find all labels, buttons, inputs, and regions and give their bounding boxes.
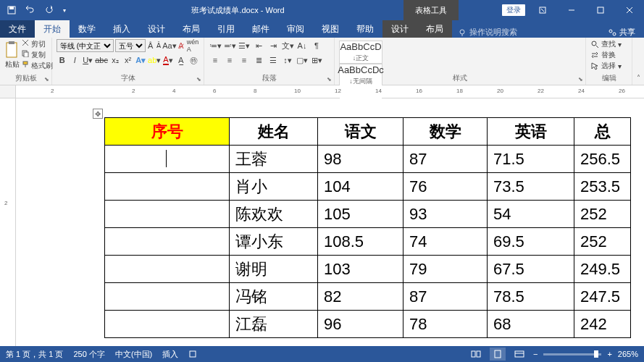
bullets-button[interactable]: ≔▾ — [209, 39, 222, 52]
table-cell[interactable] — [105, 173, 230, 201]
status-macro-icon[interactable] — [188, 350, 197, 358]
paste-button[interactable]: 粘贴 — [4, 41, 20, 71]
table-cell[interactable]: 68 — [488, 311, 574, 338]
tab-mail[interactable]: 邮件 — [243, 20, 278, 38]
tell-me-search[interactable]: 操作说明搜索 — [458, 27, 517, 38]
table-cell[interactable]: 253.5 — [574, 173, 631, 201]
table-cell[interactable]: 103 — [318, 256, 403, 283]
copy-button[interactable]: 复制 — [22, 50, 53, 60]
table-cell[interactable]: 陈欢欢 — [230, 201, 318, 228]
shading-button[interactable]: ▢▾ — [296, 54, 309, 67]
table-cell[interactable]: 73.5 — [488, 173, 574, 201]
qat-customize-button[interactable]: ▾ — [59, 2, 70, 18]
table-cell[interactable]: 78.5 — [488, 283, 574, 311]
table-cell[interactable] — [105, 311, 230, 338]
bold-button[interactable]: B — [57, 54, 68, 67]
subscript-button[interactable]: x₂ — [109, 54, 121, 67]
table-cell[interactable]: 王蓉 — [230, 146, 318, 173]
font-family-select[interactable]: 等线 (中文正 — [57, 39, 114, 52]
table-header-cell[interactable]: 姓名 — [230, 118, 318, 146]
superscript-button[interactable]: x² — [122, 54, 134, 67]
find-button[interactable]: 查找 ▾ — [590, 39, 627, 49]
ribbon-display-options-button[interactable] — [528, 0, 557, 20]
italic-button[interactable]: I — [70, 54, 81, 67]
clipboard-dialog-launcher[interactable]: ⬊ — [44, 76, 49, 83]
zoom-level[interactable]: 265% — [618, 350, 638, 358]
status-page[interactable]: 第 1 页，共 1 页 — [6, 349, 63, 360]
table-cell[interactable]: 肖小 — [230, 173, 318, 201]
strikethrough-button[interactable]: abc — [95, 54, 108, 67]
font-dialog-launcher[interactable]: ⬊ — [196, 76, 201, 83]
grades-table[interactable]: 序号姓名语文数学英语总 王蓉988771.5256.5肖小1047673.525… — [104, 117, 631, 338]
tab-table-design[interactable]: 设计 — [382, 20, 417, 38]
close-button[interactable] — [615, 0, 644, 20]
collapse-ribbon-button[interactable]: ˄ — [637, 74, 640, 82]
table-cell[interactable]: 105 — [318, 201, 403, 228]
tab-layout[interactable]: 布局 — [174, 20, 209, 38]
tab-home[interactable]: 开始 — [35, 20, 70, 38]
phonetic-guide-button[interactable]: wénA — [186, 39, 199, 52]
style-normal[interactable]: AaBbCcD ↓正文 — [339, 41, 382, 64]
table-cell[interactable]: 249.5 — [574, 256, 631, 283]
table-header-cell[interactable]: 总 — [574, 118, 631, 146]
table-cell[interactable]: 71.5 — [488, 146, 574, 173]
align-left-button[interactable]: ≡ — [209, 54, 222, 67]
table-cell[interactable]: 252 — [574, 228, 631, 256]
zoom-slider[interactable] — [543, 353, 601, 355]
table-cell[interactable]: 67.5 — [488, 256, 574, 283]
font-size-select[interactable]: 五号 — [115, 39, 146, 52]
sort-button[interactable]: A↓ — [296, 39, 309, 52]
login-button[interactable]: 登录 — [502, 4, 525, 16]
table-header-cell[interactable]: 英语 — [488, 118, 574, 146]
status-insert-mode[interactable]: 插入 — [162, 349, 178, 360]
shrink-font-button[interactable]: Ǎ — [155, 39, 162, 52]
character-border-button[interactable]: A̲ — [175, 54, 187, 67]
undo-button[interactable] — [22, 2, 39, 18]
table-cell[interactable] — [105, 283, 230, 311]
tab-table-layout[interactable]: 布局 — [417, 20, 452, 38]
minimize-button[interactable] — [557, 0, 586, 20]
table-cell[interactable]: 54 — [488, 201, 574, 228]
maximize-button[interactable] — [586, 0, 615, 20]
table-cell[interactable]: 242 — [574, 311, 631, 338]
table-cell[interactable]: 247.5 — [574, 283, 631, 311]
ruler-vertical[interactable]: 2 — [0, 98, 16, 352]
view-print-layout-button[interactable] — [490, 348, 506, 361]
tab-math[interactable]: 数学 — [70, 20, 104, 38]
change-case-button[interactable]: Aa▾ — [163, 39, 176, 52]
zoom-in-button[interactable]: + — [607, 350, 611, 358]
tab-review[interactable]: 审阅 — [278, 20, 313, 38]
table-cell[interactable]: 252 — [574, 201, 631, 228]
redo-button[interactable] — [41, 2, 58, 18]
font-color-button[interactable]: A▾ — [162, 54, 174, 67]
table-cell[interactable] — [105, 256, 230, 283]
zoom-out-button[interactable]: − — [533, 350, 538, 358]
tab-view[interactable]: 视图 — [313, 20, 348, 38]
tab-references[interactable]: 引用 — [209, 20, 243, 38]
status-word-count[interactable]: 250 个字 — [73, 349, 104, 360]
format-painter-button[interactable]: 格式刷 — [22, 61, 53, 71]
tab-design[interactable]: 设计 — [139, 20, 174, 38]
multilevel-list-button[interactable]: ☰▾ — [238, 39, 251, 52]
view-read-mode-button[interactable] — [468, 348, 484, 361]
table-cell[interactable]: 76 — [403, 173, 488, 201]
table-cell[interactable]: 谭小东 — [230, 228, 318, 256]
asian-layout-button[interactable]: 文▾ — [281, 39, 294, 52]
tab-file[interactable]: 文件 — [0, 20, 35, 38]
table-cell[interactable]: 87 — [403, 146, 488, 173]
cut-button[interactable]: 剪切 — [22, 39, 53, 49]
borders-button[interactable]: ⊞▾ — [310, 54, 323, 67]
table-cell[interactable] — [105, 146, 230, 173]
save-button[interactable] — [3, 2, 20, 18]
table-cell[interactable]: 256.5 — [574, 146, 631, 173]
table-move-handle[interactable]: ✥ — [93, 109, 103, 119]
table-cell[interactable]: 74 — [403, 228, 488, 256]
highlight-button[interactable]: ab▾ — [148, 54, 161, 67]
clear-formatting-button[interactable]: A̷ — [177, 39, 185, 52]
styles-dialog-launcher[interactable]: ⬊ — [578, 76, 583, 83]
table-cell[interactable]: 69.5 — [488, 228, 574, 256]
table-cell[interactable]: 82 — [318, 283, 403, 311]
table-header-cell[interactable]: 语文 — [318, 118, 403, 146]
enclose-characters-button[interactable]: ㊕ — [188, 54, 199, 67]
table-cell[interactable]: 江磊 — [230, 311, 318, 338]
